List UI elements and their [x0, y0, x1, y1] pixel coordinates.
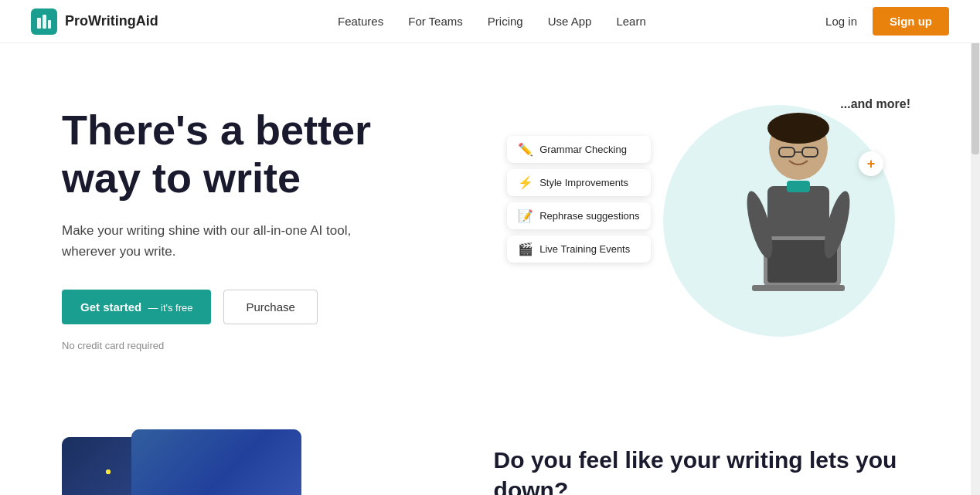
login-link[interactable]: Log in [825, 15, 857, 28]
feature-card-rephrase: 📝 Rephrase suggestions [507, 202, 650, 229]
svg-rect-12 [787, 181, 810, 192]
nav-right: Log in Sign up [825, 7, 949, 36]
grammar-icon: ✏️ [518, 142, 533, 157]
feature-card-style: ⚡ Style Improvements [507, 169, 650, 196]
rephrase-icon: 📝 [518, 209, 533, 223]
svg-point-4 [767, 113, 829, 144]
nav-pricing[interactable]: Pricing [488, 15, 523, 28]
style-label: Style Improvements [539, 177, 628, 188]
svg-rect-2 [48, 20, 51, 29]
hero-subtitle: Make your writing shine with our all-in-… [62, 220, 386, 262]
get-started-sub: — it's free [148, 302, 192, 314]
nav-learn[interactable]: Learn [616, 15, 645, 28]
training-label: Live Training Events [539, 243, 630, 255]
nav-links: Features For Teams Pricing Use App Learn [338, 15, 646, 29]
hero-person-illustration [721, 105, 876, 337]
no-credit-text: No credit card required [62, 340, 448, 351]
feature-cards: ✏️ Grammar Checking ⚡ Style Improvements… [507, 136, 650, 263]
svg-rect-0 [37, 18, 41, 29]
image-card-front: My idea in my head [131, 429, 301, 495]
svg-rect-11 [752, 285, 845, 291]
signup-button[interactable]: Sign up [873, 7, 949, 36]
get-started-button[interactable]: Get started — it's free [62, 290, 211, 324]
nav-for-teams[interactable]: For Teams [408, 15, 463, 28]
second-section: My idea in my head Do you feel like your… [0, 398, 980, 495]
navbar: ProWritingAid Features For Teams Pricing… [0, 0, 980, 43]
feature-card-training: 🎬 Live Training Events [507, 236, 650, 263]
get-started-label: Get started [80, 300, 141, 314]
hero-right: ...and more! + ✏️ Grammar Checking ⚡ Sty… [507, 90, 918, 368]
grammar-label: Grammar Checking [539, 144, 627, 155]
hero-buttons: Get started — it's free Purchase [62, 290, 448, 324]
logo-icon [31, 8, 57, 35]
training-icon: 🎬 [518, 242, 533, 256]
logo-text: ProWritingAid [65, 13, 158, 29]
logo-link[interactable]: ProWritingAid [31, 8, 158, 35]
svg-rect-1 [43, 15, 46, 29]
rephrase-label: Rephrase suggestions [539, 210, 639, 222]
second-title: Do you feel like your writing lets you d… [494, 445, 918, 495]
hero-title: There's a better way to write [62, 106, 448, 202]
hero-left: There's a better way to write Make your … [62, 106, 448, 352]
scrollbar-track[interactable] [971, 0, 980, 495]
nav-use-app[interactable]: Use App [548, 15, 592, 28]
purchase-button[interactable]: Purchase [223, 290, 317, 324]
second-images: My idea in my head [62, 429, 447, 495]
hero-section: There's a better way to write Make your … [0, 43, 980, 398]
nav-features[interactable]: Features [338, 15, 383, 28]
second-text: Do you feel like your writing lets you d… [494, 429, 918, 495]
feature-card-grammar: ✏️ Grammar Checking [507, 136, 650, 163]
style-icon: ⚡ [518, 175, 533, 190]
